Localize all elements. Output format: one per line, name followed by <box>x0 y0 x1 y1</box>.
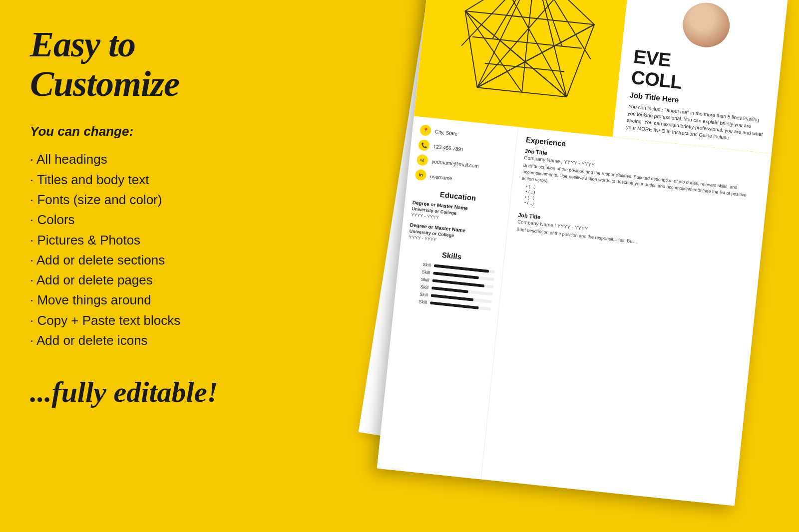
bottom-title: ...fully editable! <box>30 375 260 409</box>
svg-line-10 <box>526 0 599 59</box>
list-item: Fonts (size and color) <box>30 190 260 210</box>
list-item: Copy + Paste text blocks <box>30 310 260 330</box>
svg-line-1 <box>522 0 535 92</box>
education-item-1: Degree or Master Name University or Coll… <box>411 200 502 227</box>
avatar <box>679 0 733 51</box>
skills-section: Skill Skill Skill Skill <box>402 260 495 311</box>
location-icon: 📍 <box>419 124 431 136</box>
resume-name-area: EVE COLL Job Title Here You can include … <box>613 0 788 154</box>
resume-job-title: Job Title Here <box>629 90 679 104</box>
resume-name: EVE COLL <box>630 46 685 93</box>
list-item: Add or delete icons <box>30 330 260 350</box>
email-icon: ✉ <box>416 154 428 166</box>
list-item: Add or delete sections <box>30 250 260 270</box>
phone-icon: 📞 <box>418 139 430 151</box>
main-title: Easy to Customize <box>30 25 260 104</box>
linkedin-icon: in <box>415 169 427 181</box>
resume-body: 📍 City, State 📞 123.456.7891 ✉ yourname@… <box>377 116 772 506</box>
svg-line-11 <box>477 13 594 99</box>
education-item-2: Degree or Master Name University or Coll… <box>408 222 499 249</box>
resume-main: Experience Job Title Company Name | YYYY… <box>481 127 772 506</box>
list-item: Colors <box>30 210 260 230</box>
list-item: All headings <box>30 149 260 169</box>
change-list: All headings Titles and body text Fonts … <box>30 149 260 350</box>
list-item: Pictures & Photos <box>30 230 260 250</box>
list-item: Move things around <box>30 290 260 310</box>
resume-container: EVE COLL Job Title Here You can include … <box>324 0 799 532</box>
svg-line-5 <box>457 11 530 92</box>
resume-description: You can include "about me" in the more t… <box>626 103 765 145</box>
list-item: Add or delete pages <box>30 270 260 290</box>
resume-page: EVE COLL Job Title Here You can include … <box>377 0 788 506</box>
subtitle: You can change: <box>30 124 260 139</box>
list-item: Titles and body text <box>30 170 260 190</box>
left-panel: Easy to Customize You can change: All he… <box>0 0 290 532</box>
